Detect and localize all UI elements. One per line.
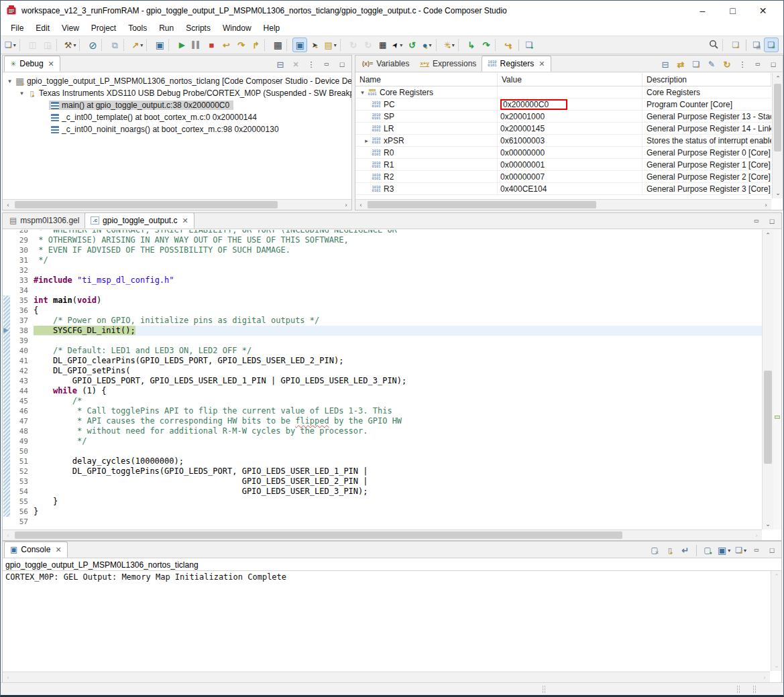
flash-button[interactable]: ↗▾ (129, 38, 145, 52)
console-vscrollbar[interactable]: ⌃ ⌄ (771, 571, 781, 671)
restart-button[interactable]: ↷ (233, 38, 248, 52)
select-pointer-button[interactable]: ➤▾ (390, 38, 405, 52)
code-line-45[interactable]: 45 /* (3, 396, 762, 406)
close-window-button[interactable]: ✕ (748, 1, 778, 20)
reset-button[interactable]: ↩ (219, 38, 233, 52)
terminate-button[interactable]: ■ (204, 38, 219, 52)
debug-button[interactable]: ⊘ (85, 38, 100, 52)
line-number[interactable]: 32 (3, 265, 34, 275)
debug-tree-row[interactable]: _c_int00_template() at boot_cortex_m.c:0… (3, 111, 351, 123)
clear-console-button[interactable]: ▢✕ (647, 543, 662, 558)
dropdown-arrow-icon[interactable]: ▾ (140, 42, 143, 48)
menu-run[interactable]: Run (153, 22, 180, 34)
maximize-button[interactable]: □ (765, 543, 779, 558)
register-row[interactable]: ▸10100101xPSR0x61000003Stores the status… (355, 135, 771, 147)
dropdown-arrow-icon[interactable]: ▾ (452, 42, 455, 48)
menu-edit[interactable]: Edit (30, 22, 56, 34)
register-row[interactable]: 10100101R10x00000001General Purpose Regi… (355, 159, 771, 171)
code-line-32[interactable]: 32 (3, 265, 762, 275)
profile-pointer-button[interactable]: ➤✦ (307, 38, 322, 52)
tab-registers[interactable]: 10100101Registers✕ (482, 56, 551, 72)
refresh-target-button[interactable]: ↺ (405, 38, 420, 52)
code-line-37[interactable]: 37 /* Power on GPIO, initialize pins as … (3, 316, 762, 326)
line-number[interactable]: 57 (3, 517, 34, 527)
trace-stop-button[interactable]: ↻ (361, 38, 376, 52)
edit-register-button[interactable]: ✎ (704, 57, 719, 72)
line-number[interactable]: 33 (3, 275, 34, 286)
registers-view-button[interactable]: ▣ (292, 38, 307, 52)
code-line-35[interactable]: 35int main(void) (3, 296, 762, 306)
close-tab-icon[interactable]: ✕ (55, 546, 61, 554)
view-menu-button[interactable]: ⋮ (304, 57, 319, 72)
code-line-52[interactable]: 52 DL_GPIO_togglePins(GPIO_LEDS_PORT, GP… (3, 466, 762, 477)
debug-tree-row[interactable]: ▾▦✦gpio_toggle_output_LP_MSPM0L1306_nort… (3, 75, 351, 87)
step-over-asm-button[interactable]: ↷ (479, 38, 494, 52)
build-button[interactable]: ⚒▾ (62, 38, 78, 52)
register-value[interactable]: 0x00000001 (498, 159, 642, 170)
menu-window[interactable]: Window (217, 22, 258, 34)
dropdown-arrow-icon[interactable]: ▾ (744, 548, 746, 554)
ccs-debug-perspective-button[interactable]: ❏✳ (764, 38, 779, 52)
code-line-54[interactable]: 54 GPIO_LEDS_USER_LED_3_PIN); (3, 487, 762, 497)
register-value[interactable]: 0x20000145 (498, 123, 642, 134)
register-row[interactable]: 10100101LR0x20000145General Purpose Regi… (355, 123, 771, 135)
code-line-48[interactable]: 48 * without need for additional R-M-W c… (3, 426, 762, 436)
step-into-asm-button[interactable]: ↳ (464, 38, 479, 52)
code-line-50[interactable]: 50 (3, 446, 762, 456)
register-value[interactable]: 0x00000007 (498, 171, 642, 182)
minimize-button[interactable]: ▭ (750, 57, 765, 72)
code-line-41[interactable]: 41 DL_GPIO_clearPins(GPIO_LEDS_PORT, GPI… (3, 356, 762, 366)
line-number[interactable]: 28 (3, 230, 34, 235)
column-header-value[interactable]: Value (498, 73, 642, 86)
register-row[interactable]: 10100101R30x400CE104General Purpose Regi… (355, 183, 771, 195)
console-output[interactable]: CORTEX_M0P: GEL Output: Memory Map Initi… (3, 571, 770, 671)
dropdown-arrow-icon[interactable]: ▾ (429, 42, 432, 48)
code-line-31[interactable]: 31 */ (3, 255, 762, 265)
dropdown-arrow-icon[interactable]: ▾ (13, 42, 16, 48)
chip-button[interactable]: ▦ (376, 38, 390, 52)
tree-expander-icon[interactable]: ▸ (362, 137, 371, 144)
close-tab-icon[interactable]: ✕ (48, 60, 54, 68)
open-console-button[interactable]: ❏✦▾ (733, 543, 748, 558)
register-row[interactable]: ▾MMM0101Core RegistersCore Registers (355, 86, 771, 99)
debug-tree-row[interactable]: _c_int00_noinit_noargs() at boot_cortex_… (3, 123, 351, 135)
step-into-button[interactable]: ↱ (248, 38, 263, 52)
pin-window-button[interactable]: ❏● (522, 38, 537, 52)
show-debug-monitor-button[interactable]: ▣ (152, 38, 167, 52)
code-line-55[interactable]: 55 } (3, 497, 762, 507)
code-line-43[interactable]: 43 GPIO_LEDS_PORT, GPIO_LEDS_USER_LED_1_… (3, 376, 762, 386)
word-wrap-button[interactable]: ↵ (678, 543, 693, 558)
code-line-36[interactable]: 36{ (3, 306, 762, 316)
tree-expander-icon[interactable]: ▾ (5, 78, 14, 84)
menu-scripts[interactable]: Scripts (180, 22, 217, 34)
editor-tab-gpio_toggle_output.c[interactable]: .cgpio_toggle_output.c✕ (85, 212, 194, 229)
collapse-all-button[interactable]: ⊟ (273, 57, 288, 72)
scroll-lock-button[interactable]: ▯● (663, 543, 677, 558)
open-perspective-button[interactable]: ❏✦ (728, 38, 743, 52)
new-button[interactable]: ❏✦▾ (3, 38, 18, 52)
dropdown-arrow-icon[interactable]: ▾ (400, 42, 402, 48)
line-number[interactable]: 29 (3, 235, 34, 245)
maximize-button[interactable]: □ (765, 214, 779, 229)
display-console-button[interactable]: ▣▾ (716, 543, 732, 558)
editor-tab-mspm0l1306.gel[interactable]: ▤mspm0l1306.gel (4, 212, 85, 229)
new-register-view-button[interactable]: ❏✦ (689, 57, 704, 72)
register-value[interactable]: 0x20001000 (498, 111, 642, 122)
browse-target-button[interactable]: ●✦▾ (420, 38, 435, 52)
pin-console-button[interactable]: ▢● (700, 543, 715, 558)
line-number[interactable]: 31 (3, 255, 34, 265)
dropdown-arrow-icon[interactable]: ▾ (73, 42, 76, 48)
register-value[interactable]: 0x400CE104 (498, 183, 642, 194)
save-all-button[interactable]: ◫◫ (40, 38, 55, 52)
register-row[interactable]: 10100101R20x00000007General Purpose Regi… (355, 171, 771, 183)
code-line-51[interactable]: 51 delay_cycles(10000000); (3, 456, 762, 466)
debug-hscrollbar[interactable]: ‹ › (3, 199, 351, 210)
debug-tree-row[interactable]: main() at gpio_toggle_output.c:38 0x2000… (3, 99, 351, 111)
code-line-39[interactable]: 39 (3, 336, 762, 346)
search-button[interactable] (706, 38, 721, 52)
ccs-edit-perspective-button[interactable]: ❏▤ (749, 38, 764, 52)
tree-expander-icon[interactable]: ▾ (17, 90, 26, 97)
menu-project[interactable]: Project (85, 22, 122, 34)
view-menu-button[interactable]: ⋮ (735, 57, 750, 72)
code-line-29[interactable]: 29 * OTHERWISE) ARISING IN ANY WAY OUT O… (3, 235, 762, 245)
